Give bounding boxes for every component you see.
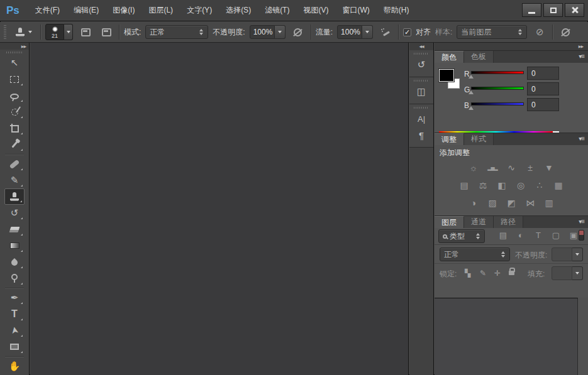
- toolbar-gripper[interactable]: [6, 52, 23, 53]
- black-white-icon[interactable]: ◧: [495, 179, 509, 192]
- tab-color[interactable]: 颜色: [435, 51, 464, 63]
- blue-value-field[interactable]: 0: [527, 98, 559, 111]
- filter-adjustment-layers-icon[interactable]: ◐: [515, 231, 526, 240]
- filter-type-layers-icon[interactable]: T: [533, 231, 544, 240]
- tool-preset-picker[interactable]: [11, 24, 36, 40]
- blend-mode-select[interactable]: 正常: [440, 247, 510, 261]
- channel-mixer-icon[interactable]: ∴: [533, 179, 546, 192]
- panel-menu-icon[interactable]: ▾≡: [579, 53, 584, 60]
- tab-swatches[interactable]: 色板: [464, 51, 494, 63]
- color-balance-icon[interactable]: ⚖: [476, 179, 490, 192]
- toolbar-collapse-button[interactable]: ▶▶: [0, 43, 29, 50]
- green-slider-thumb[interactable]: [469, 90, 474, 94]
- tab-styles[interactable]: 样式: [464, 133, 494, 145]
- blue-slider-thumb[interactable]: [469, 106, 474, 110]
- brush-picker-dropdown-button[interactable]: [64, 24, 73, 40]
- brush-preset-picker[interactable]: 21: [45, 24, 73, 40]
- photo-filter-icon[interactable]: ◎: [514, 179, 528, 192]
- layers-list[interactable]: [435, 298, 578, 375]
- menu-layer[interactable]: 图层(L): [141, 0, 180, 21]
- tab-paths[interactable]: 路径: [494, 216, 523, 228]
- tool-gradient[interactable]: [4, 237, 25, 254]
- tool-hand[interactable]: ✋: [4, 358, 25, 374]
- dock-gripper[interactable]: [414, 107, 429, 109]
- hue-saturation-icon[interactable]: ▤: [457, 179, 471, 192]
- fill-value[interactable]: [552, 266, 572, 280]
- lock-image-pixels-icon[interactable]: ✎: [480, 269, 486, 278]
- foreground-color-swatch[interactable]: [439, 69, 454, 82]
- mode-select[interactable]: 正常: [145, 25, 208, 39]
- menu-type[interactable]: 文字(Y): [180, 0, 219, 21]
- dock-gripper[interactable]: [414, 53, 429, 55]
- sample-select[interactable]: 当前图层: [457, 25, 527, 39]
- tool-eraser[interactable]: [4, 221, 25, 237]
- exposure-icon[interactable]: ±: [523, 161, 537, 174]
- opacity-value[interactable]: 100%: [250, 25, 275, 39]
- history-panel-button[interactable]: ↺: [412, 57, 431, 73]
- minimize-button[interactable]: [522, 3, 541, 17]
- layer-filter-select[interactable]: 类型: [438, 229, 485, 243]
- ignore-adjustment-layers-button[interactable]: ⊘: [531, 24, 548, 40]
- tool-move[interactable]: ↖: [4, 55, 25, 71]
- vibrance-icon[interactable]: ▼: [542, 161, 556, 174]
- tool-brush[interactable]: ✎: [4, 172, 25, 188]
- tool-clone-stamp[interactable]: [4, 188, 25, 205]
- menu-window[interactable]: 窗口(W): [335, 0, 376, 21]
- menu-help[interactable]: 帮助(H): [377, 0, 416, 21]
- green-value-field[interactable]: 0: [527, 82, 559, 95]
- red-slider[interactable]: [471, 71, 524, 74]
- tool-spot-healing-brush[interactable]: [4, 156, 25, 172]
- 3d-panel-button[interactable]: ◫: [412, 84, 431, 100]
- tab-adjustments[interactable]: 调整: [435, 133, 464, 145]
- toggle-clone-source-panel-button[interactable]: [98, 24, 114, 40]
- menu-filter[interactable]: 滤镜(T): [258, 0, 296, 21]
- tool-blur[interactable]: [4, 254, 25, 270]
- tool-history-brush[interactable]: ↺: [4, 205, 25, 221]
- layer-opacity-value[interactable]: [552, 247, 572, 261]
- selective-color-icon[interactable]: ▥: [542, 197, 556, 209]
- tool-lasso[interactable]: [4, 87, 25, 104]
- lock-transparent-pixels-icon[interactable]: ▚: [465, 269, 470, 278]
- tool-pen[interactable]: ✒: [4, 290, 25, 306]
- invert-icon[interactable]: ◑: [467, 197, 480, 209]
- aligned-checkbox[interactable]: ✓: [403, 28, 411, 36]
- layer-filtering-toggle[interactable]: [579, 230, 584, 241]
- tool-eyedropper[interactable]: [4, 136, 25, 153]
- paragraph-panel-button[interactable]: ¶: [412, 127, 431, 143]
- red-slider-thumb[interactable]: [469, 75, 474, 79]
- menu-view[interactable]: 视图(V): [296, 0, 335, 21]
- menu-file[interactable]: 文件(F): [28, 0, 67, 21]
- opacity-dropdown-button[interactable]: [275, 25, 286, 39]
- dock-gripper[interactable]: [414, 80, 429, 82]
- dock-expand-button[interactable]: ◀◀: [409, 43, 433, 50]
- panel-column-collapse-button[interactable]: ▶▶: [435, 43, 588, 50]
- posterize-icon[interactable]: ▨: [485, 197, 499, 209]
- close-button[interactable]: [565, 3, 584, 17]
- brightness-contrast-icon[interactable]: ☼: [467, 161, 480, 174]
- tool-quick-selection[interactable]: [4, 104, 25, 120]
- filter-pixel-layers-icon[interactable]: ▤: [497, 231, 509, 240]
- tool-dodge[interactable]: [4, 270, 25, 286]
- tool-path-selection[interactable]: ➤: [4, 322, 25, 339]
- layers-scroll-track[interactable]: [578, 298, 588, 375]
- filter-shape-layers-icon[interactable]: ▢: [550, 231, 562, 240]
- red-value-field[interactable]: 0: [527, 67, 559, 80]
- tool-rectangular-marquee[interactable]: [4, 71, 25, 87]
- fill-dropdown-button[interactable]: [572, 266, 583, 280]
- panel-menu-icon[interactable]: ▾≡: [579, 135, 584, 142]
- pressure-size-button[interactable]: [557, 24, 574, 40]
- pressure-opacity-button[interactable]: [290, 24, 306, 40]
- tool-rectangle-shape[interactable]: [4, 339, 25, 355]
- green-slider[interactable]: [471, 87, 524, 90]
- flow-dropdown-button[interactable]: [362, 25, 373, 39]
- gradient-map-icon[interactable]: ⋈: [523, 197, 537, 209]
- blue-slider[interactable]: [471, 102, 524, 106]
- levels-icon[interactable]: ▂▅▂: [485, 161, 499, 174]
- flow-value[interactable]: 100%: [337, 25, 362, 39]
- tool-crop[interactable]: [4, 120, 25, 136]
- menu-image[interactable]: 图像(I): [106, 0, 141, 21]
- maximize-button[interactable]: [543, 3, 563, 17]
- threshold-icon[interactable]: ◩: [504, 197, 518, 209]
- panel-menu-icon[interactable]: ▾≡: [579, 218, 584, 225]
- tool-type[interactable]: T: [4, 306, 25, 322]
